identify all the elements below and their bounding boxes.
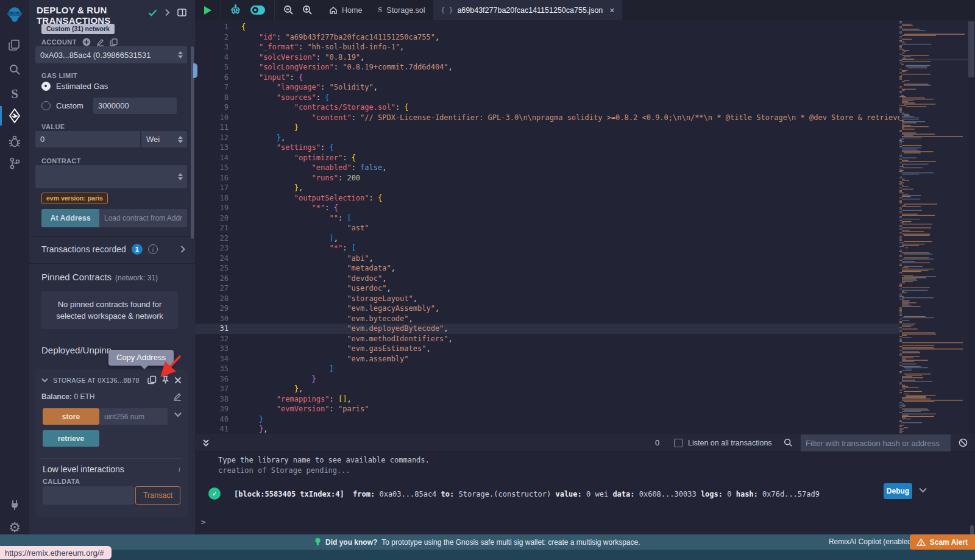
code-line[interactable]: 36 } bbox=[195, 374, 899, 385]
tab-build-info-json[interactable]: { } a69b43f277ba20fcac141151250ca755.jso… bbox=[433, 0, 623, 20]
code-line[interactable]: 17 }, bbox=[195, 183, 899, 193]
code-line[interactable]: 41 }, bbox=[195, 424, 899, 434]
code-area[interactable]: 1{2 "id": "a69b43f277ba20fcac141151250ca… bbox=[195, 22, 899, 434]
code-line[interactable]: 1{ bbox=[195, 22, 899, 32]
solidity-compiler-icon[interactable]: S bbox=[0, 83, 29, 105]
plugin-manager-icon[interactable] bbox=[0, 494, 29, 516]
retrieve-button[interactable]: retrieve bbox=[43, 430, 99, 447]
panel-resize-handle[interactable] bbox=[193, 63, 197, 78]
custom-gas-input[interactable] bbox=[93, 97, 177, 114]
code-line[interactable]: 29 "evm.legacyAssembly", bbox=[195, 303, 899, 314]
deploy-run-icon[interactable] bbox=[0, 105, 29, 127]
code-line[interactable]: 6 "input": { bbox=[195, 73, 899, 83]
code-line[interactable]: 10 "content": "// SPDX-License-Identifie… bbox=[195, 113, 899, 123]
code-line[interactable]: 12 }, bbox=[195, 133, 899, 143]
contract-select[interactable] bbox=[35, 165, 187, 188]
account-select[interactable]: 0xA03...85ac4 (0.39866531531 bbox=[35, 46, 187, 63]
code-line[interactable]: 3 "_format": "hh-sol-build-info-1", bbox=[195, 42, 899, 52]
account-stepper[interactable] bbox=[178, 51, 183, 58]
code-line[interactable]: 27 "userdoc", bbox=[195, 283, 899, 294]
transact-button[interactable]: Transact bbox=[135, 486, 180, 505]
code-line[interactable]: 28 "storageLayout", bbox=[195, 294, 899, 304]
close-tab-icon[interactable]: × bbox=[609, 5, 614, 15]
panel-chevron-right-icon[interactable] bbox=[165, 9, 170, 16]
code-line[interactable]: 23 "*": [ bbox=[195, 243, 899, 253]
search-icon[interactable] bbox=[0, 58, 29, 80]
zoom-out-icon[interactable] bbox=[283, 5, 294, 15]
ai-copilot-robot-icon[interactable] bbox=[230, 4, 241, 16]
transactions-info-icon[interactable]: i bbox=[148, 244, 158, 254]
pin-contract-icon[interactable] bbox=[161, 375, 169, 385]
code-line[interactable]: 4 "solcVersion": "0.8.19", bbox=[195, 52, 899, 63]
minimap[interactable] bbox=[899, 20, 968, 434]
code-line[interactable]: 18 "outputSelection": { bbox=[195, 193, 899, 204]
remix-logo-icon[interactable] bbox=[0, 4, 29, 26]
code-line[interactable]: 21 "ast" bbox=[195, 223, 899, 233]
code-line[interactable]: 13 "settings": { bbox=[195, 143, 899, 153]
copy-address-icon[interactable] bbox=[147, 375, 157, 385]
store-button[interactable]: store bbox=[43, 408, 99, 425]
code-line[interactable]: 19 "*": { bbox=[195, 203, 899, 213]
log-expand-icon[interactable] bbox=[919, 487, 927, 493]
code-line[interactable]: 15 "enabled": false, bbox=[195, 163, 899, 173]
code-line[interactable]: 33 "evm.gasEstimates", bbox=[195, 344, 899, 354]
code-line[interactable]: 14 "optimizer": { bbox=[195, 153, 899, 163]
code-line[interactable]: 30 "evm.bytecode", bbox=[195, 314, 899, 324]
code-line[interactable]: 39 "evmVersion": "paris" bbox=[195, 404, 899, 414]
code-line[interactable]: 2 "id": "a69b43f277ba20fcac141151250ca75… bbox=[195, 32, 899, 43]
load-contract-input[interactable] bbox=[99, 209, 187, 227]
editor-scrollbar[interactable] bbox=[968, 20, 975, 434]
debugger-icon[interactable] bbox=[0, 130, 29, 152]
copilot-toggle[interactable] bbox=[250, 5, 266, 15]
estimated-gas-radio[interactable] bbox=[41, 82, 51, 91]
code-line[interactable]: 11 } bbox=[195, 122, 899, 133]
add-account-icon[interactable] bbox=[82, 38, 91, 46]
store-arg-input[interactable] bbox=[99, 408, 168, 425]
terminal-prompt[interactable]: > bbox=[201, 518, 205, 526]
scam-alert-button[interactable]: Scam Alert bbox=[910, 534, 975, 550]
low-level-info-icon[interactable]: i bbox=[179, 465, 180, 474]
clear-console-icon[interactable] bbox=[959, 438, 968, 447]
code-line[interactable]: 37 }, bbox=[195, 384, 899, 394]
calldata-input[interactable] bbox=[43, 486, 134, 505]
listen-checkbox[interactable] bbox=[674, 439, 682, 447]
value-unit-select[interactable]: Wei bbox=[141, 131, 187, 147]
code-line[interactable]: 40 } bbox=[195, 414, 899, 425]
code-line[interactable]: 24 "abi", bbox=[195, 253, 899, 264]
copilot-status[interactable]: RemixAI Copilot (enabled) bbox=[829, 537, 914, 546]
zoom-in-icon[interactable] bbox=[302, 5, 313, 15]
code-line[interactable]: 5 "solcLongVersion": "0.8.19+commit.7dd6… bbox=[195, 62, 899, 73]
code-line[interactable]: 35 ] bbox=[195, 364, 899, 374]
tab-storage-sol[interactable]: S Storage.sol bbox=[370, 0, 433, 20]
run-script-icon[interactable] bbox=[204, 5, 212, 15]
transactions-expand-icon[interactable] bbox=[180, 246, 185, 253]
code-line[interactable]: 31 "evm.deployedBytecode", bbox=[195, 324, 899, 334]
git-icon[interactable] bbox=[0, 152, 29, 174]
code-line[interactable]: 8 "sources": { bbox=[195, 93, 899, 103]
transaction-filter-input[interactable] bbox=[801, 434, 951, 452]
edit-account-icon[interactable] bbox=[96, 38, 104, 46]
code-line[interactable]: 32 "evm.methodIdentifiers", bbox=[195, 334, 899, 344]
edit-balance-icon[interactable] bbox=[173, 392, 182, 401]
tab-home[interactable]: Home bbox=[321, 0, 370, 20]
file-explorer-icon[interactable] bbox=[0, 34, 29, 56]
copy-account-icon[interactable] bbox=[110, 38, 118, 46]
code-line[interactable]: 38 "remappings": [], bbox=[195, 394, 899, 405]
code-editor[interactable]: 1{2 "id": "a69b43f277ba20fcac141151250ca… bbox=[195, 20, 975, 434]
code-line[interactable]: 9 "contracts/Storage.sol": { bbox=[195, 102, 899, 113]
code-line[interactable]: 22 ], bbox=[195, 233, 899, 244]
terminal-collapse-icon[interactable] bbox=[202, 439, 210, 447]
code-line[interactable]: 20 "": [ bbox=[195, 213, 899, 224]
code-line[interactable]: 26 "devdoc", bbox=[195, 274, 899, 284]
contract-collapse-icon[interactable] bbox=[41, 378, 48, 383]
debug-button[interactable]: Debug bbox=[884, 483, 912, 499]
code-line[interactable]: 25 "metadata", bbox=[195, 263, 899, 274]
terminal-content[interactable]: Type the library name to see available c… bbox=[195, 452, 975, 534]
custom-gas-radio[interactable] bbox=[41, 101, 51, 110]
pin-panel-icon[interactable] bbox=[177, 9, 186, 16]
store-expand-icon[interactable] bbox=[174, 412, 182, 417]
code-line[interactable]: 7 "language": "Solidity", bbox=[195, 82, 899, 93]
transaction-log-line[interactable]: [block:5583405 txIndex:4] from: 0xa03...… bbox=[234, 490, 820, 498]
value-input[interactable] bbox=[35, 131, 140, 147]
code-line[interactable]: 16 "runs": 200 bbox=[195, 173, 899, 183]
